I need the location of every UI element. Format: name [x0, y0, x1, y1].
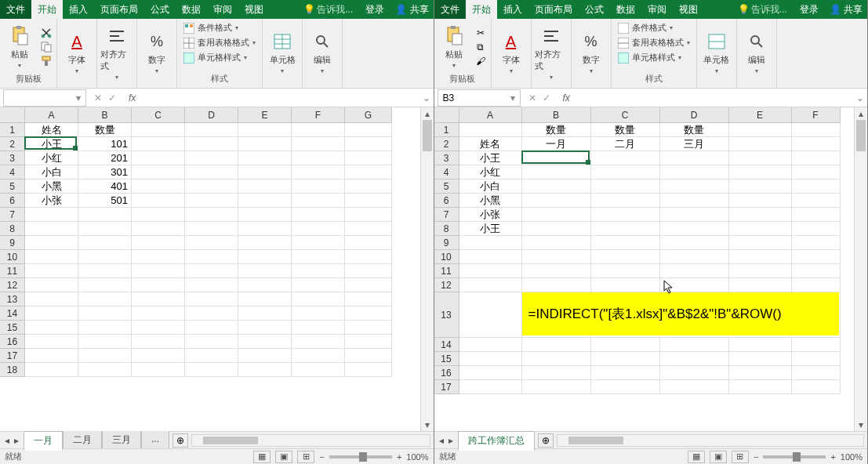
- cell[interactable]: [238, 236, 292, 250]
- row-header[interactable]: 12: [0, 278, 25, 292]
- cell[interactable]: [132, 250, 185, 264]
- enter-icon[interactable]: ✓: [543, 92, 550, 103]
- login[interactable]: 登录: [794, 0, 825, 20]
- row-header[interactable]: 14: [434, 338, 459, 352]
- new-sheet-button[interactable]: ⊕: [173, 433, 188, 448]
- cell[interactable]: [185, 151, 238, 165]
- cell[interactable]: [345, 123, 392, 137]
- cell[interactable]: [522, 380, 591, 394]
- number-button[interactable]: %数字▾: [575, 31, 608, 74]
- cell[interactable]: [459, 380, 522, 394]
- insert-tab[interactable]: 插入: [63, 0, 94, 20]
- enter-icon[interactable]: ✓: [108, 92, 116, 103]
- col-header[interactable]: C: [591, 107, 660, 123]
- paste-button[interactable]: 粘贴 ▾: [3, 25, 36, 69]
- cell[interactable]: [729, 194, 792, 208]
- cell[interactable]: [660, 338, 729, 352]
- row-header[interactable]: 18: [0, 363, 25, 377]
- layout-tab[interactable]: 页面布局: [94, 0, 144, 20]
- cell[interactable]: [25, 306, 78, 321]
- cut-icon[interactable]: [39, 27, 53, 38]
- cell[interactable]: [792, 123, 841, 137]
- cell[interactable]: [25, 250, 78, 264]
- scroll-up-icon[interactable]: ▴: [421, 107, 434, 120]
- cell[interactable]: [660, 352, 729, 366]
- cell[interactable]: 小张: [25, 194, 78, 208]
- cell[interactable]: [792, 264, 841, 278]
- cell-style-button[interactable]: 单元格样式▾: [615, 50, 685, 65]
- cell[interactable]: [522, 264, 591, 278]
- cell[interactable]: [522, 151, 591, 165]
- editing-button[interactable]: 编辑▾: [306, 31, 339, 74]
- zoom-out-icon[interactable]: −: [319, 452, 324, 462]
- cell[interactable]: [132, 363, 185, 377]
- cell[interactable]: [345, 321, 392, 335]
- col-header[interactable]: A: [459, 107, 522, 123]
- cell[interactable]: [792, 151, 841, 165]
- sheet-tab[interactable]: 跨工作簿汇总: [458, 431, 535, 451]
- cell[interactable]: [132, 335, 185, 349]
- formula-input-right[interactable]: [575, 89, 853, 107]
- cell[interactable]: [591, 165, 660, 179]
- cell[interactable]: [660, 380, 729, 394]
- new-sheet-button[interactable]: ⊕: [538, 433, 554, 448]
- cell[interactable]: [292, 151, 345, 165]
- cell[interactable]: [292, 306, 345, 321]
- cell[interactable]: [185, 222, 238, 236]
- row-header[interactable]: 17: [434, 380, 459, 394]
- page-break-icon[interactable]: ⊞: [297, 451, 314, 463]
- normal-view-icon[interactable]: ▦: [253, 451, 271, 463]
- cell[interactable]: [729, 137, 792, 151]
- cell[interactable]: [792, 165, 841, 179]
- cell[interactable]: [292, 250, 345, 264]
- cells-button[interactable]: 单元格▾: [700, 31, 733, 74]
- formulas-tab[interactable]: 公式: [579, 0, 610, 20]
- row-header[interactable]: 7: [434, 208, 459, 222]
- expand-icon[interactable]: ⌄: [853, 92, 867, 103]
- data-tab[interactable]: 数据: [610, 0, 641, 20]
- cut-icon[interactable]: ✂: [474, 27, 488, 38]
- fx-icon[interactable]: fx: [124, 92, 140, 103]
- row-header[interactable]: 3: [0, 151, 25, 165]
- cell[interactable]: 小王: [25, 137, 78, 151]
- cond-format-button[interactable]: 条件格式▾: [180, 20, 242, 35]
- row-header[interactable]: 16: [0, 335, 25, 349]
- tell-me[interactable]: 💡告诉我...: [732, 0, 794, 20]
- cell[interactable]: [132, 278, 185, 292]
- cell[interactable]: [792, 179, 841, 194]
- cell[interactable]: [792, 250, 841, 264]
- cell[interactable]: [345, 335, 392, 349]
- cell[interactable]: [522, 236, 591, 250]
- cell[interactable]: [185, 264, 238, 278]
- cell[interactable]: [78, 321, 132, 335]
- cell[interactable]: [238, 179, 292, 194]
- cell[interactable]: [238, 194, 292, 208]
- cell[interactable]: [660, 278, 729, 292]
- cell[interactable]: 301: [78, 165, 132, 179]
- cell[interactable]: [522, 179, 591, 194]
- cell[interactable]: [345, 306, 392, 321]
- select-all-corner[interactable]: [0, 107, 25, 123]
- name-box-left[interactable]: ▾: [3, 89, 86, 107]
- formula-input-left[interactable]: [140, 89, 419, 107]
- row-header[interactable]: 12: [434, 278, 459, 292]
- cell[interactable]: [459, 338, 522, 352]
- number-button[interactable]: %数字▾: [140, 31, 173, 74]
- row-header[interactable]: 13: [0, 292, 25, 306]
- cell[interactable]: [459, 123, 522, 137]
- cell[interactable]: [729, 208, 792, 222]
- cell[interactable]: [25, 349, 78, 363]
- cell[interactable]: 姓名: [25, 123, 78, 137]
- cell[interactable]: [238, 306, 292, 321]
- cell[interactable]: [729, 250, 792, 264]
- cell[interactable]: [132, 179, 185, 194]
- cell[interactable]: 一月: [522, 137, 591, 151]
- zoom-slider[interactable]: [329, 455, 392, 459]
- vertical-scrollbar[interactable]: ▴▾: [854, 107, 867, 431]
- cell[interactable]: [78, 236, 132, 250]
- cell[interactable]: [345, 278, 392, 292]
- font-button[interactable]: A字体▾: [495, 31, 528, 74]
- cell[interactable]: [729, 179, 792, 194]
- cell[interactable]: 数量: [591, 123, 660, 137]
- zoom-label[interactable]: 100%: [406, 452, 428, 462]
